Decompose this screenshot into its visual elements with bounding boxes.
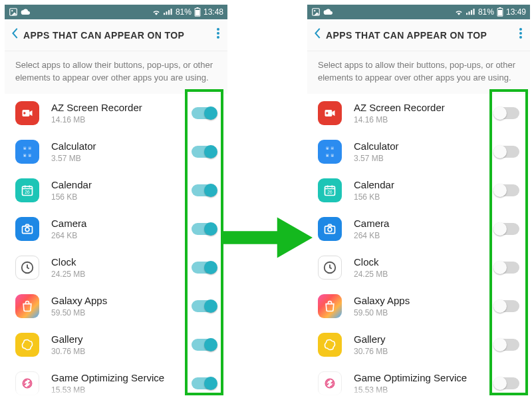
svg-rect-36 — [325, 110, 332, 116]
overflow-menu-button[interactable] — [215, 28, 221, 42]
permission-toggle[interactable] — [192, 146, 217, 158]
app-info: Galaxy Apps59.50 MB — [39, 295, 192, 317]
cloud-icon — [323, 8, 334, 16]
app-list-left: AZ Screen Recorder14.16 MB+−×÷Calculator… — [5, 94, 227, 396]
app-row[interactable]: Camera264 KB — [307, 210, 530, 248]
permission-toggle[interactable] — [494, 377, 519, 389]
overflow-menu-button[interactable] — [518, 28, 523, 42]
permission-toggle[interactable] — [494, 223, 519, 235]
svg-rect-32 — [498, 10, 502, 16]
svg-text:×: × — [327, 153, 329, 157]
permission-toggle[interactable] — [192, 300, 217, 312]
signal-icon — [466, 8, 475, 16]
svg-rect-5 — [170, 9, 172, 15]
app-row[interactable]: +−×÷Calculator3.57 MB — [307, 132, 530, 171]
app-size-label: 3.57 MB — [354, 154, 494, 163]
page-description: Select apps to allow their buttons, pop-… — [307, 51, 530, 94]
svg-rect-12 — [23, 110, 30, 116]
app-row[interactable]: Clock24.25 MB — [307, 248, 530, 287]
app-name-label: Calculator — [51, 140, 192, 152]
svg-text:×: × — [24, 153, 26, 157]
camera-icon — [15, 217, 39, 241]
svg-text:+: + — [24, 146, 27, 150]
galaxy-apps-icon — [15, 294, 39, 318]
battery-percentage: 81% — [176, 7, 192, 17]
fade — [307, 389, 530, 396]
svg-rect-4 — [168, 10, 170, 15]
svg-point-25 — [314, 10, 315, 11]
svg-rect-28 — [471, 10, 472, 15]
permission-toggle[interactable] — [494, 339, 519, 351]
app-row[interactable]: AZ Screen Recorder14.16 MB — [5, 94, 227, 132]
battery-icon — [497, 7, 503, 17]
status-time: 13:48 — [203, 7, 223, 17]
app-row[interactable]: Galaxy Apps59.50 MB — [307, 287, 530, 325]
permission-toggle[interactable] — [192, 107, 217, 119]
title-bar: APPS THAT CAN APPEAR ON TOP — [5, 19, 227, 51]
gallery-icon — [318, 333, 342, 357]
app-name-label: Galaxy Apps — [354, 295, 494, 307]
clock-icon — [318, 256, 342, 280]
app-name-label: Camera — [354, 218, 494, 230]
svg-marker-48 — [221, 217, 313, 258]
fade — [5, 389, 227, 396]
back-button[interactable] — [314, 27, 326, 43]
svg-point-10 — [217, 32, 219, 35]
permission-toggle[interactable] — [494, 107, 519, 119]
svg-text:−: − — [29, 146, 31, 150]
permission-toggle[interactable] — [494, 184, 519, 196]
permission-toggle[interactable] — [494, 262, 519, 274]
status-time: 13:49 — [506, 7, 526, 17]
svg-point-37 — [326, 112, 328, 114]
app-size-label: 156 KB — [354, 192, 494, 202]
screen-recorder-icon — [318, 101, 342, 125]
app-row[interactable]: AZ Screen Recorder14.16 MB — [307, 94, 530, 132]
page-title: APPS THAT CAN APPEAR ON TOP — [326, 30, 518, 41]
clock-icon — [15, 256, 39, 280]
wifi-icon — [152, 8, 161, 16]
status-bar: 81% 13:48 — [5, 5, 227, 19]
app-row[interactable]: Gallery30.76 MB — [307, 325, 530, 364]
app-size-label: 3.57 MB — [51, 154, 192, 163]
app-size-label: 24.25 MB — [354, 270, 494, 279]
app-size-label: 24.25 MB — [51, 270, 192, 279]
calculator-icon: +−×÷ — [15, 140, 39, 164]
app-row[interactable]: Clock24.25 MB — [5, 248, 227, 287]
app-info: Calendar156 KB — [342, 179, 494, 202]
app-name-label: AZ Screen Recorder — [354, 102, 494, 114]
svg-point-1 — [11, 10, 13, 11]
svg-rect-3 — [166, 11, 167, 15]
app-size-label: 59.50 MB — [51, 308, 192, 317]
permission-toggle[interactable] — [494, 300, 519, 312]
app-row[interactable]: Galaxy Apps59.50 MB — [5, 287, 227, 325]
permission-toggle[interactable] — [192, 262, 217, 274]
svg-point-11 — [217, 36, 219, 39]
app-name-label: Game Optimizing Service — [51, 372, 192, 384]
svg-rect-8 — [196, 10, 200, 16]
app-info: Calendar156 KB — [39, 179, 192, 202]
permission-toggle[interactable] — [192, 339, 217, 351]
svg-rect-7 — [196, 7, 198, 9]
app-row[interactable]: Camera264 KB — [5, 210, 227, 248]
permission-toggle[interactable] — [192, 184, 217, 196]
permission-toggle[interactable] — [192, 223, 217, 235]
permission-toggle[interactable] — [494, 146, 519, 158]
image-icon — [311, 7, 321, 17]
app-row[interactable]: Gallery30.76 MB — [5, 325, 227, 364]
permission-toggle[interactable] — [192, 377, 217, 389]
back-button[interactable] — [11, 27, 23, 43]
app-row[interactable]: 26Calendar156 KB — [5, 171, 227, 210]
calendar-icon: 26 — [15, 178, 39, 202]
app-row[interactable]: +−×÷Calculator3.57 MB — [5, 132, 227, 171]
app-size-label: 30.76 MB — [354, 347, 494, 356]
svg-rect-27 — [468, 11, 469, 15]
svg-text:+: + — [327, 146, 329, 150]
app-info: Camera264 KB — [342, 218, 494, 240]
app-row[interactable]: 26Calendar156 KB — [307, 171, 530, 210]
app-name-label: Clock — [354, 256, 494, 268]
status-bar: 81% 13:49 — [307, 5, 530, 19]
svg-text:26: 26 — [25, 190, 30, 194]
svg-text:26: 26 — [327, 190, 332, 194]
app-info: Camera264 KB — [39, 218, 192, 240]
svg-rect-2 — [164, 13, 165, 15]
